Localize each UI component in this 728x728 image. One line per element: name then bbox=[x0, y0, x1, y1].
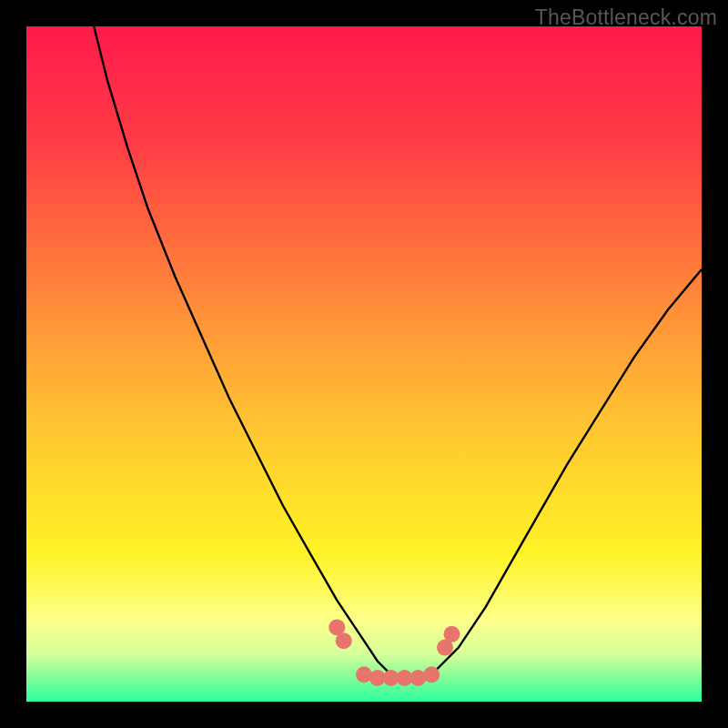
marker-group bbox=[329, 619, 460, 686]
watermark-text: TheBottleneck.com bbox=[535, 5, 717, 30]
bottleneck-chart bbox=[26, 26, 702, 702]
chart-frame: TheBottleneck.com bbox=[0, 0, 728, 728]
marker-point bbox=[444, 626, 460, 642]
marker-point bbox=[423, 666, 440, 682]
plot-area bbox=[26, 26, 702, 702]
bottleneck-curve bbox=[94, 26, 702, 682]
marker-point bbox=[336, 632, 352, 649]
